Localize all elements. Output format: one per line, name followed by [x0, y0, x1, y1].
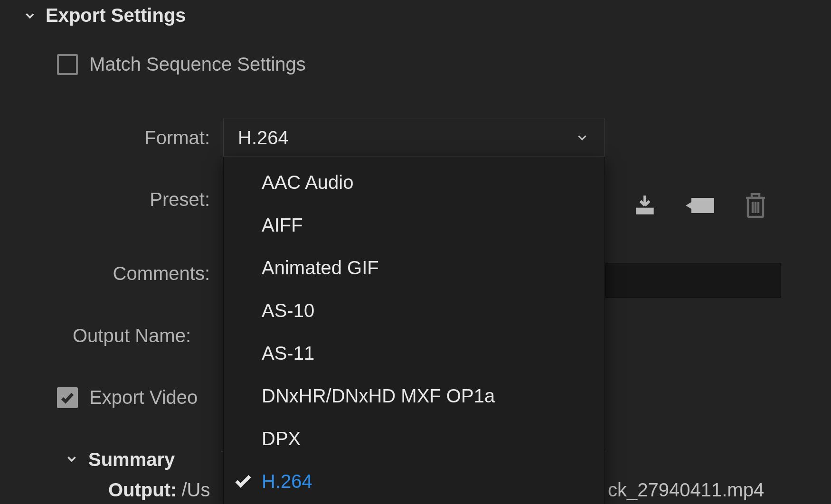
format-option[interactable]: AIFF — [224, 204, 604, 246]
output-name-row: Output Name: — [0, 325, 204, 346]
output-path-right: ck_27940411.mp4 — [608, 479, 764, 501]
summary-title: Summary — [88, 449, 175, 470]
chevron-down-icon — [23, 9, 37, 23]
chevron-down-icon — [574, 130, 590, 146]
trash-icon[interactable] — [744, 192, 767, 219]
comments-label: Comments: — [0, 263, 223, 284]
preset-action-icons — [632, 192, 767, 219]
format-option[interactable]: Animated GIF — [224, 246, 604, 289]
format-label: Format: — [0, 127, 223, 149]
format-option[interactable]: DPX — [224, 417, 604, 460]
section-title: Export Settings — [46, 5, 186, 26]
save-preset-icon[interactable] — [632, 192, 658, 219]
svg-rect-0 — [636, 208, 653, 215]
chevron-down-icon — [65, 452, 79, 468]
preset-row: Preset: — [0, 189, 223, 210]
format-option[interactable]: H.264 — [224, 460, 604, 503]
export-video-row: Export Video — [57, 387, 198, 408]
match-sequence-label: Match Sequence Settings — [89, 54, 306, 75]
format-option-label: DNxHR/DNxHD MXF OP1a — [262, 385, 495, 407]
format-option-label: AS-11 — [262, 343, 314, 364]
format-option-label: H.264 — [262, 471, 312, 492]
output-path-left: /Us — [181, 479, 210, 501]
export-settings-header[interactable]: Export Settings — [0, 5, 831, 26]
preset-label: Preset: — [0, 189, 223, 210]
format-option-label: AS-10 — [262, 300, 314, 321]
format-dropdown-list: AAC AudioAIFFAnimated GIFAS-10AS-11DNxHR… — [223, 157, 605, 504]
output-label: Output: — [108, 479, 177, 501]
format-option[interactable]: AAC Audio — [224, 161, 604, 204]
format-option-label: AIFF — [262, 215, 303, 236]
export-settings-panel: Export Settings Match Sequence Settings … — [0, 0, 831, 504]
summary-header[interactable]: Summary — [65, 449, 175, 470]
format-option-label: Animated GIF — [262, 257, 379, 279]
format-option[interactable]: AS-10 — [224, 289, 604, 332]
output-name-label: Output Name: — [0, 325, 204, 346]
format-option[interactable]: DNxHR/DNxHD MXF OP1a — [224, 374, 604, 417]
format-option-label: AAC Audio — [262, 172, 353, 193]
svg-rect-8 — [752, 194, 759, 198]
export-video-checkbox[interactable] — [57, 387, 78, 408]
match-sequence-row: Match Sequence Settings — [0, 54, 831, 75]
format-option[interactable]: AS-11 — [224, 332, 604, 374]
output-summary-line: Output: /Us — [108, 479, 210, 501]
match-sequence-checkbox[interactable] — [57, 54, 78, 75]
export-video-label: Export Video — [89, 387, 198, 408]
format-dropdown[interactable]: H.264 — [223, 119, 605, 157]
format-row: Format: H.264 — [0, 119, 605, 157]
format-selected-value: H.264 — [238, 127, 574, 149]
svg-marker-2 — [686, 200, 695, 211]
import-preset-icon[interactable] — [686, 194, 716, 217]
comments-row: Comments: — [0, 263, 223, 284]
format-option-label: DPX — [262, 428, 301, 449]
check-icon — [233, 471, 253, 491]
comments-input[interactable] — [605, 263, 781, 298]
